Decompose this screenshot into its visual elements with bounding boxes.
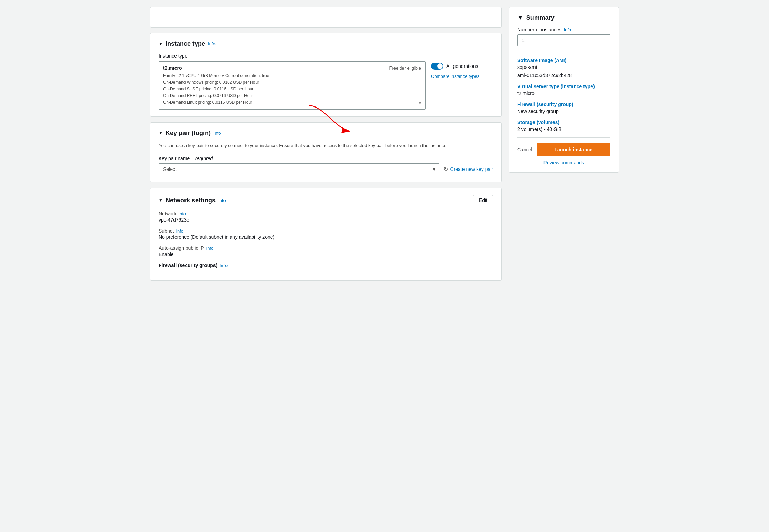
network-settings-card: ▼ Network settings Info Edit Network Inf… xyxy=(150,188,502,281)
storage-summary-value: 2 volume(s) - 40 GiB xyxy=(517,126,610,132)
firewall-label: Firewall (security groups) Info xyxy=(159,263,493,268)
network-settings-header: ▼ Network settings Info Edit xyxy=(159,195,493,205)
ami-name: sops-ami xyxy=(517,64,610,70)
key-pair-row: Select ▼ ↻ Create new key pair xyxy=(159,163,493,175)
auto-assign-value: Enable xyxy=(159,252,493,257)
network-label: Network Info xyxy=(159,211,493,216)
network-settings-header-left: ▼ Network settings Info xyxy=(159,197,226,204)
create-key-pair-area: ↻ Create new key pair xyxy=(443,166,493,173)
network-field-info[interactable]: Info xyxy=(178,211,186,216)
create-new-key-pair-link[interactable]: Create new key pair xyxy=(450,166,493,172)
instance-type-info-link[interactable]: Info xyxy=(208,41,216,47)
main-content: ▼ Instance type Info Instance type t2.mi… xyxy=(150,7,502,281)
all-generations-label: All generations xyxy=(446,63,478,69)
summary-divider-1 xyxy=(517,52,610,52)
network-info-link[interactable]: Info xyxy=(218,198,226,203)
instances-section: Number of instances Info xyxy=(517,27,610,46)
key-pair-description: You can use a key pair to securely conne… xyxy=(159,142,493,149)
instance-detail-line-1: Family: t2 1 vCPU 1 GiB Memory Current g… xyxy=(163,73,421,79)
all-generations-toggle[interactable] xyxy=(431,63,443,70)
network-collapse-arrow[interactable]: ▼ xyxy=(159,198,163,203)
ami-id: ami-011c53d372c92b428 xyxy=(517,73,610,78)
subnet-value: No preference (Default subnet in any ava… xyxy=(159,234,493,240)
top-partial-card xyxy=(150,7,502,28)
instance-dropdown-arrow: ▼ xyxy=(418,101,422,105)
subnet-label: Subnet Info xyxy=(159,228,493,234)
key-pair-collapse-arrow[interactable]: ▼ xyxy=(159,131,163,135)
instance-type-collapse-arrow[interactable]: ▼ xyxy=(159,42,163,47)
generations-toggle-area: All generations Compare instance types xyxy=(431,61,493,79)
compare-instance-types-link[interactable]: Compare instance types xyxy=(431,74,479,79)
action-buttons: Cancel Launch instance xyxy=(517,143,610,156)
instance-detail-line-2: On-Demand Windows pricing: 0.0162 USD pe… xyxy=(163,79,421,86)
instance-type-row: t2.micro Free tier eligible Family: t2 1… xyxy=(159,61,493,110)
ami-link[interactable]: Software Image (AMI) xyxy=(517,58,610,63)
key-pair-field-label: Key pair name – required xyxy=(159,156,493,161)
instance-type-dropdown[interactable]: t2.micro Free tier eligible Family: t2 1… xyxy=(159,61,426,110)
free-tier-badge: Free tier eligible xyxy=(389,65,421,71)
instance-detail-line-5: On-Demand Linux pricing: 0.0116 USD per … xyxy=(163,99,421,106)
network-settings-title: Network settings xyxy=(166,197,216,204)
instance-type-card: ▼ Instance type Info Instance type t2.mi… xyxy=(150,33,502,117)
instance-type-title: Instance type xyxy=(166,40,205,48)
instance-name: t2.micro xyxy=(163,65,182,71)
launch-instance-button[interactable]: Launch instance xyxy=(537,143,610,156)
instance-type-summary-link[interactable]: Virtual server type (instance type) xyxy=(517,84,610,89)
firewall-field: Firewall (security groups) Info xyxy=(159,263,493,268)
instances-input[interactable] xyxy=(517,34,610,46)
instances-info-link[interactable]: Info xyxy=(563,27,571,32)
instance-type-summary-section: Virtual server type (instance type) t2.m… xyxy=(517,84,610,96)
subnet-field: Subnet Info No preference (Default subne… xyxy=(159,228,493,240)
summary-title: ▼ Summary xyxy=(517,14,610,21)
instance-details: Family: t2 1 vCPU 1 GiB Memory Current g… xyxy=(163,73,421,106)
firewall-summary-value: New security group xyxy=(517,109,610,114)
key-pair-info-link[interactable]: Info xyxy=(213,131,221,136)
instance-detail-line-3: On-Demand SUSE pricing: 0.0116 USD per H… xyxy=(163,86,421,92)
key-pair-title: Key pair (login) xyxy=(166,130,211,137)
summary-card: ▼ Summary Number of instances Info Softw… xyxy=(509,7,619,173)
key-pair-select-wrapper: Select ▼ xyxy=(159,163,439,175)
instance-type-summary-value: t2.micro xyxy=(517,91,610,96)
network-field: Network Info vpc-47d7623e xyxy=(159,211,493,223)
firewall-summary-section: Firewall (security group) New security g… xyxy=(517,102,610,114)
auto-assign-field: Auto-assign public IP Info Enable xyxy=(159,245,493,257)
key-pair-select[interactable]: Select xyxy=(159,163,439,175)
instance-type-field-label: Instance type xyxy=(159,53,493,59)
auto-assign-label: Auto-assign public IP Info xyxy=(159,245,493,251)
review-commands-link[interactable]: Review commands xyxy=(517,160,610,165)
storage-summary-section: Storage (volumes) 2 volume(s) - 40 GiB xyxy=(517,120,610,132)
network-edit-button[interactable]: Edit xyxy=(473,195,493,205)
instance-detail-line-4: On-Demand RHEL pricing: 0.0716 USD per H… xyxy=(163,93,421,99)
subnet-info[interactable]: Info xyxy=(176,228,183,234)
auto-assign-info[interactable]: Info xyxy=(206,246,214,251)
sidebar: ▼ Summary Number of instances Info Softw… xyxy=(509,7,619,281)
refresh-icon[interactable]: ↻ xyxy=(443,166,448,173)
storage-summary-link[interactable]: Storage (volumes) xyxy=(517,120,610,125)
ami-section: Software Image (AMI) sops-ami ami-011c53… xyxy=(517,58,610,78)
summary-divider-2 xyxy=(517,137,610,138)
network-value: vpc-47d7623e xyxy=(159,217,493,223)
firewall-summary-link[interactable]: Firewall (security group) xyxy=(517,102,610,107)
instances-label: Number of instances Info xyxy=(517,27,610,32)
key-pair-card: ▼ Key pair (login) Info You can use a ke… xyxy=(150,122,502,183)
firewall-info[interactable]: Info xyxy=(219,263,228,268)
summary-collapse-arrow[interactable]: ▼ xyxy=(517,14,523,21)
cancel-button[interactable]: Cancel xyxy=(517,144,532,155)
